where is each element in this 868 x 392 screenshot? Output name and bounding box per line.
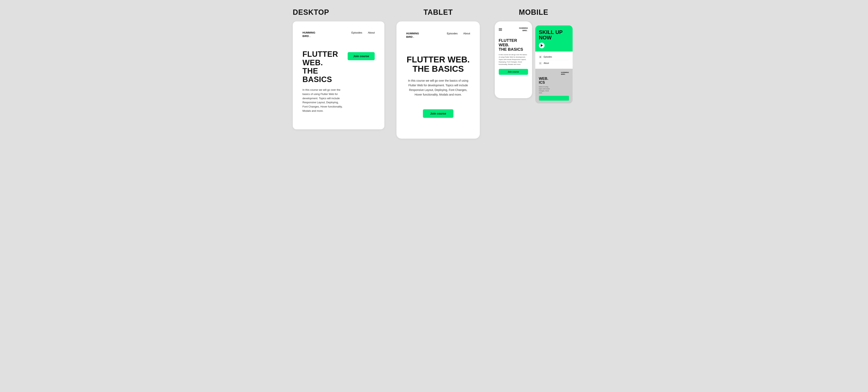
desktop-hero-desc: In this course we will go over the basic… xyxy=(303,88,344,113)
episodes-label: Episodes xyxy=(544,56,552,58)
overlay-green-panel: SKILL UPNOW xyxy=(535,25,572,52)
desktop-hero-right: Join course xyxy=(348,50,375,64)
tablet-nav-links: Episodes About xyxy=(447,32,470,35)
play-button[interactable] xyxy=(539,43,545,48)
desktop-card: HUMMINGBIRD . Episodes About FLUTTER WEB… xyxy=(293,21,384,129)
overlay-menu-about[interactable]: i About xyxy=(539,60,569,66)
about-label: About xyxy=(544,62,549,64)
episodes-icon xyxy=(539,56,542,58)
mobile-brand: HUMMINGBIRD . xyxy=(519,27,528,32)
desktop-label: DESKTOP xyxy=(293,8,384,17)
tablet-nav-episodes[interactable]: Episodes xyxy=(447,32,458,35)
tablet-hero: FLUTTER WEB.THE BASICS In this course we… xyxy=(406,55,470,118)
main-layout: DESKTOP HUMMINGBIRD . Episodes About FLU… xyxy=(293,8,575,139)
mobile-hero-title: FLUTTER WEB.THE BASICS xyxy=(499,38,528,52)
overlay-brand-top: HUMMINGBIRD . xyxy=(539,72,569,75)
desktop-brand: HUMMINGBIRD . xyxy=(303,31,315,38)
tablet-section: TABLET HUMMINGBIRD . Episodes About FLUT… xyxy=(397,8,480,139)
desktop-nav-episodes[interactable]: Episodes xyxy=(351,31,362,34)
overlay-title-partial: WEB.ICS xyxy=(539,77,569,85)
mobile-phone1: HUMMINGBIRD . FLUTTER WEB.THE BASICS In … xyxy=(495,21,532,98)
tablet-hero-title: FLUTTER WEB.THE BASICS xyxy=(406,55,470,74)
desktop-content: FLUTTER WEB.THE BASICS In this course we… xyxy=(303,50,375,113)
mobile-section: MOBILE HUMMINGBIRD . FLUTTER WEB.THE BAS… xyxy=(492,8,575,104)
mobile-label: MOBILE xyxy=(492,8,575,17)
tablet-nav-about[interactable]: About xyxy=(463,32,470,35)
overlay-menu-episodes[interactable]: Episodes xyxy=(539,54,569,60)
overlay-green-btn[interactable] xyxy=(539,96,569,101)
hamburger-icon[interactable] xyxy=(499,28,502,31)
desktop-nav-links: Episodes About xyxy=(351,31,375,34)
desktop-nav: HUMMINGBIRD . Episodes About xyxy=(303,31,375,38)
skill-up-text: SKILL UPNOW xyxy=(539,29,569,40)
desktop-section: DESKTOP HUMMINGBIRD . Episodes About FLU… xyxy=(293,8,384,129)
tablet-hero-desc: In this course we will go over the basic… xyxy=(406,78,470,97)
tablet-nav: HUMMINGBIRD . Episodes About xyxy=(406,32,470,39)
about-icon: i xyxy=(539,62,542,65)
desktop-nav-about[interactable]: About xyxy=(368,31,375,34)
overlay-desc-partial: basics of usingtopics will includeChange… xyxy=(539,86,569,94)
desktop-hero-left: FLUTTER WEB.THE BASICS In this course we… xyxy=(303,50,344,113)
tablet-brand: HUMMINGBIRD . xyxy=(406,32,419,39)
play-triangle-icon xyxy=(541,44,543,47)
tablet-card: HUMMINGBIRD . Episodes About FLUTTER WEB… xyxy=(397,21,480,139)
tablet-join-button[interactable]: Join course xyxy=(423,109,453,118)
tablet-label: TABLET xyxy=(424,8,453,17)
overlay-brand-name: HUMMINGBIRD . xyxy=(561,72,569,75)
desktop-hero-title: FLUTTER WEB.THE BASICS xyxy=(303,50,344,84)
mobile-hero-desc: In this course we will go over the basic… xyxy=(499,54,528,66)
mobile-phones-row: HUMMINGBIRD . FLUTTER WEB.THE BASICS In … xyxy=(492,21,575,104)
desktop-join-button[interactable]: Join course xyxy=(348,52,375,60)
overlay-white-panel: Episodes i About xyxy=(535,52,572,69)
mobile-join-button[interactable]: Join course xyxy=(499,69,528,75)
mobile-phone2: SKILL UPNOW Episodes i xyxy=(535,25,572,104)
mobile-top-bar: HUMMINGBIRD . xyxy=(499,27,528,32)
overlay-gray-panel: HUMMINGBIRD . WEB.ICS basics of usingtop… xyxy=(535,69,572,104)
